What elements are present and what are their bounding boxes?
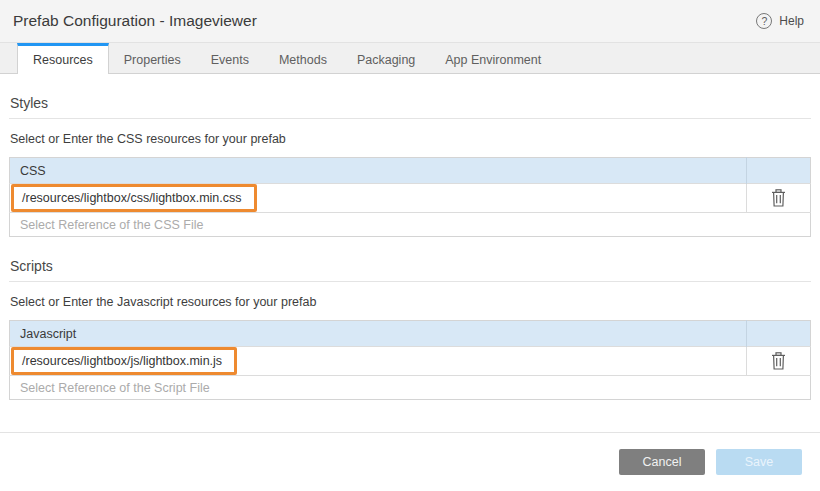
css-reference-placeholder-field[interactable]: Select Reference of the CSS File — [10, 213, 811, 237]
table-header-row: CSS — [10, 158, 811, 184]
trash-icon — [747, 189, 810, 207]
css-resources-table: CSS /resources/lightbox/css/lightbox.min… — [9, 157, 811, 237]
css-resource-entry[interactable]: /resources/lightbox/css/lightbox.min.css — [10, 184, 747, 213]
tab-packaging[interactable]: Packaging — [342, 43, 430, 73]
page-title: Prefab Configuration - Imageviewer — [13, 12, 257, 30]
dialog-header: Prefab Configuration - Imageviewer ? Hel… — [0, 0, 820, 43]
css-resource-path: /resources/lightbox/css/lightbox.min.css — [22, 191, 242, 205]
tab-properties[interactable]: Properties — [109, 43, 196, 73]
tab-app-environment[interactable]: App Environment — [430, 43, 556, 73]
script-reference-placeholder-field[interactable]: Select Reference of the Script File — [10, 376, 811, 400]
annotation-highlight: /resources/lightbox/js/lightbox.min.js — [11, 347, 237, 375]
script-resource-entry[interactable]: /resources/lightbox/js/lightbox.min.js — [10, 347, 747, 376]
tab-methods[interactable]: Methods — [264, 43, 342, 73]
actions-column-header — [747, 321, 811, 347]
table-row: Select Reference of the CSS File — [10, 213, 811, 237]
styles-section-heading: Styles — [9, 95, 811, 119]
actions-column-header — [747, 158, 811, 184]
styles-section-description: Select or Enter the CSS resources for yo… — [10, 132, 811, 146]
javascript-column-header: Javascript — [10, 321, 747, 347]
help-label: Help — [779, 14, 804, 28]
cancel-button[interactable]: Cancel — [619, 449, 705, 475]
footer-divider — [0, 432, 820, 433]
tab-events[interactable]: Events — [196, 43, 264, 73]
footer-actions: Cancel Save — [619, 449, 802, 475]
table-row: /resources/lightbox/css/lightbox.min.css — [10, 184, 811, 213]
script-resources-table: Javascript /resources/lightbox/js/lightb… — [9, 320, 811, 400]
question-mark-icon: ? — [756, 13, 772, 29]
annotation-highlight: /resources/lightbox/css/lightbox.min.css — [11, 184, 257, 212]
tab-resources[interactable]: Resources — [17, 43, 109, 74]
table-header-row: Javascript — [10, 321, 811, 347]
table-row: /resources/lightbox/js/lightbox.min.js — [10, 347, 811, 376]
script-resource-path: /resources/lightbox/js/lightbox.min.js — [22, 354, 222, 368]
scripts-section-heading: Scripts — [9, 258, 811, 282]
tab-bar: Resources Properties Events Methods Pack… — [0, 43, 820, 74]
delete-css-resource-button[interactable] — [747, 184, 811, 213]
table-row: Select Reference of the Script File — [10, 376, 811, 400]
css-column-header: CSS — [10, 158, 747, 184]
help-button[interactable]: ? Help — [756, 13, 804, 29]
save-button[interactable]: Save — [716, 449, 802, 475]
resources-panel: Styles Select or Enter the CSS resources… — [0, 95, 820, 400]
trash-icon — [747, 352, 810, 370]
scripts-section-description: Select or Enter the Javascript resources… — [10, 295, 811, 309]
delete-script-resource-button[interactable] — [747, 347, 811, 376]
